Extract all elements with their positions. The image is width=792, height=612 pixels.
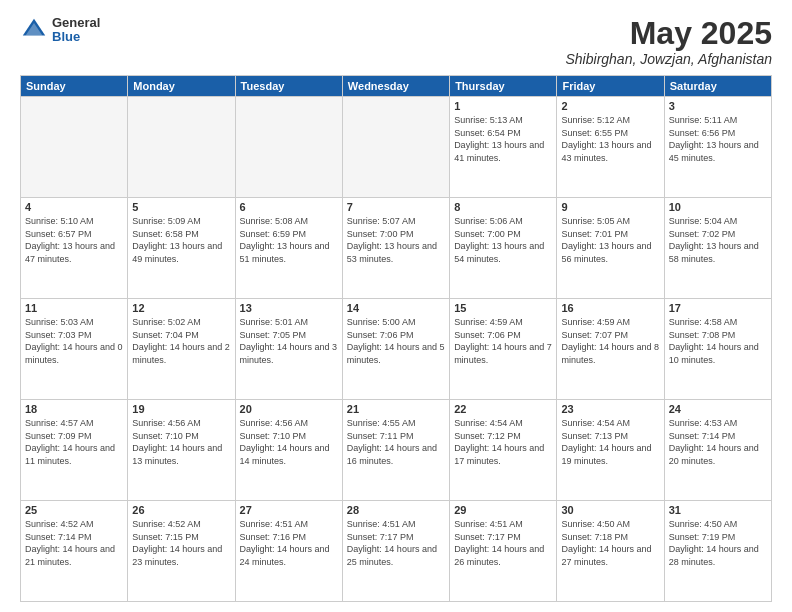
title-block: May 2025 Shibirghan, Jowzjan, Afghanista… xyxy=(566,16,773,67)
day-number: 17 xyxy=(669,302,767,314)
day-info: Sunrise: 4:59 AMSunset: 7:07 PMDaylight:… xyxy=(561,316,659,366)
day-number: 16 xyxy=(561,302,659,314)
day-info: Sunrise: 4:56 AMSunset: 7:10 PMDaylight:… xyxy=(240,417,338,467)
day-number: 23 xyxy=(561,403,659,415)
col-friday: Friday xyxy=(557,76,664,97)
day-info: Sunrise: 4:57 AMSunset: 7:09 PMDaylight:… xyxy=(25,417,123,467)
day-number: 20 xyxy=(240,403,338,415)
table-row: 18Sunrise: 4:57 AMSunset: 7:09 PMDayligh… xyxy=(21,400,128,501)
day-info: Sunrise: 4:51 AMSunset: 7:17 PMDaylight:… xyxy=(454,518,552,568)
table-row xyxy=(128,97,235,198)
calendar-week-row: 1Sunrise: 5:13 AMSunset: 6:54 PMDaylight… xyxy=(21,97,772,198)
day-info: Sunrise: 5:12 AMSunset: 6:55 PMDaylight:… xyxy=(561,114,659,164)
header: General Blue May 2025 Shibirghan, Jowzja… xyxy=(20,16,772,67)
table-row: 31Sunrise: 4:50 AMSunset: 7:19 PMDayligh… xyxy=(664,501,771,602)
table-row: 19Sunrise: 4:56 AMSunset: 7:10 PMDayligh… xyxy=(128,400,235,501)
day-number: 14 xyxy=(347,302,445,314)
day-number: 10 xyxy=(669,201,767,213)
table-row: 13Sunrise: 5:01 AMSunset: 7:05 PMDayligh… xyxy=(235,299,342,400)
col-sunday: Sunday xyxy=(21,76,128,97)
table-row: 20Sunrise: 4:56 AMSunset: 7:10 PMDayligh… xyxy=(235,400,342,501)
day-number: 15 xyxy=(454,302,552,314)
day-number: 3 xyxy=(669,100,767,112)
day-number: 7 xyxy=(347,201,445,213)
calendar-table: Sunday Monday Tuesday Wednesday Thursday… xyxy=(20,75,772,602)
day-number: 28 xyxy=(347,504,445,516)
table-row: 21Sunrise: 4:55 AMSunset: 7:11 PMDayligh… xyxy=(342,400,449,501)
day-info: Sunrise: 5:07 AMSunset: 7:00 PMDaylight:… xyxy=(347,215,445,265)
day-number: 8 xyxy=(454,201,552,213)
day-number: 21 xyxy=(347,403,445,415)
table-row: 14Sunrise: 5:00 AMSunset: 7:06 PMDayligh… xyxy=(342,299,449,400)
day-info: Sunrise: 5:03 AMSunset: 7:03 PMDaylight:… xyxy=(25,316,123,366)
table-row: 6Sunrise: 5:08 AMSunset: 6:59 PMDaylight… xyxy=(235,198,342,299)
table-row: 1Sunrise: 5:13 AMSunset: 6:54 PMDaylight… xyxy=(450,97,557,198)
table-row: 16Sunrise: 4:59 AMSunset: 7:07 PMDayligh… xyxy=(557,299,664,400)
table-row xyxy=(235,97,342,198)
col-saturday: Saturday xyxy=(664,76,771,97)
day-info: Sunrise: 5:00 AMSunset: 7:06 PMDaylight:… xyxy=(347,316,445,366)
calendar-week-row: 25Sunrise: 4:52 AMSunset: 7:14 PMDayligh… xyxy=(21,501,772,602)
day-info: Sunrise: 5:09 AMSunset: 6:58 PMDaylight:… xyxy=(132,215,230,265)
table-row: 12Sunrise: 5:02 AMSunset: 7:04 PMDayligh… xyxy=(128,299,235,400)
day-info: Sunrise: 5:06 AMSunset: 7:00 PMDaylight:… xyxy=(454,215,552,265)
day-info: Sunrise: 4:54 AMSunset: 7:12 PMDaylight:… xyxy=(454,417,552,467)
logo: General Blue xyxy=(20,16,100,45)
table-row: 22Sunrise: 4:54 AMSunset: 7:12 PMDayligh… xyxy=(450,400,557,501)
col-monday: Monday xyxy=(128,76,235,97)
calendar-week-row: 11Sunrise: 5:03 AMSunset: 7:03 PMDayligh… xyxy=(21,299,772,400)
day-number: 27 xyxy=(240,504,338,516)
day-info: Sunrise: 4:50 AMSunset: 7:19 PMDaylight:… xyxy=(669,518,767,568)
day-number: 19 xyxy=(132,403,230,415)
calendar-week-row: 4Sunrise: 5:10 AMSunset: 6:57 PMDaylight… xyxy=(21,198,772,299)
table-row: 11Sunrise: 5:03 AMSunset: 7:03 PMDayligh… xyxy=(21,299,128,400)
table-row: 4Sunrise: 5:10 AMSunset: 6:57 PMDaylight… xyxy=(21,198,128,299)
table-row: 3Sunrise: 5:11 AMSunset: 6:56 PMDaylight… xyxy=(664,97,771,198)
day-number: 24 xyxy=(669,403,767,415)
day-info: Sunrise: 4:53 AMSunset: 7:14 PMDaylight:… xyxy=(669,417,767,467)
table-row: 30Sunrise: 4:50 AMSunset: 7:18 PMDayligh… xyxy=(557,501,664,602)
day-number: 1 xyxy=(454,100,552,112)
table-row: 23Sunrise: 4:54 AMSunset: 7:13 PMDayligh… xyxy=(557,400,664,501)
day-info: Sunrise: 4:52 AMSunset: 7:15 PMDaylight:… xyxy=(132,518,230,568)
logo-icon xyxy=(20,16,48,44)
col-wednesday: Wednesday xyxy=(342,76,449,97)
day-number: 30 xyxy=(561,504,659,516)
day-number: 6 xyxy=(240,201,338,213)
title-location: Shibirghan, Jowzjan, Afghanistan xyxy=(566,51,773,67)
day-number: 12 xyxy=(132,302,230,314)
day-info: Sunrise: 5:01 AMSunset: 7:05 PMDaylight:… xyxy=(240,316,338,366)
day-number: 5 xyxy=(132,201,230,213)
table-row: 29Sunrise: 4:51 AMSunset: 7:17 PMDayligh… xyxy=(450,501,557,602)
table-row: 26Sunrise: 4:52 AMSunset: 7:15 PMDayligh… xyxy=(128,501,235,602)
day-info: Sunrise: 4:51 AMSunset: 7:17 PMDaylight:… xyxy=(347,518,445,568)
day-info: Sunrise: 4:54 AMSunset: 7:13 PMDaylight:… xyxy=(561,417,659,467)
day-number: 22 xyxy=(454,403,552,415)
title-month: May 2025 xyxy=(566,16,773,51)
page: General Blue May 2025 Shibirghan, Jowzja… xyxy=(0,0,792,612)
day-info: Sunrise: 5:05 AMSunset: 7:01 PMDaylight:… xyxy=(561,215,659,265)
day-info: Sunrise: 5:10 AMSunset: 6:57 PMDaylight:… xyxy=(25,215,123,265)
day-number: 2 xyxy=(561,100,659,112)
day-number: 29 xyxy=(454,504,552,516)
day-number: 18 xyxy=(25,403,123,415)
day-number: 26 xyxy=(132,504,230,516)
day-info: Sunrise: 4:50 AMSunset: 7:18 PMDaylight:… xyxy=(561,518,659,568)
table-row: 17Sunrise: 4:58 AMSunset: 7:08 PMDayligh… xyxy=(664,299,771,400)
calendar-week-row: 18Sunrise: 4:57 AMSunset: 7:09 PMDayligh… xyxy=(21,400,772,501)
table-row xyxy=(21,97,128,198)
day-info: Sunrise: 5:02 AMSunset: 7:04 PMDaylight:… xyxy=(132,316,230,366)
day-info: Sunrise: 4:52 AMSunset: 7:14 PMDaylight:… xyxy=(25,518,123,568)
day-info: Sunrise: 4:59 AMSunset: 7:06 PMDaylight:… xyxy=(454,316,552,366)
day-number: 11 xyxy=(25,302,123,314)
table-row: 10Sunrise: 5:04 AMSunset: 7:02 PMDayligh… xyxy=(664,198,771,299)
table-row: 15Sunrise: 4:59 AMSunset: 7:06 PMDayligh… xyxy=(450,299,557,400)
day-info: Sunrise: 4:56 AMSunset: 7:10 PMDaylight:… xyxy=(132,417,230,467)
day-info: Sunrise: 5:13 AMSunset: 6:54 PMDaylight:… xyxy=(454,114,552,164)
day-info: Sunrise: 5:04 AMSunset: 7:02 PMDaylight:… xyxy=(669,215,767,265)
table-row: 8Sunrise: 5:06 AMSunset: 7:00 PMDaylight… xyxy=(450,198,557,299)
col-tuesday: Tuesday xyxy=(235,76,342,97)
day-info: Sunrise: 4:51 AMSunset: 7:16 PMDaylight:… xyxy=(240,518,338,568)
logo-blue: Blue xyxy=(52,30,100,44)
day-number: 13 xyxy=(240,302,338,314)
